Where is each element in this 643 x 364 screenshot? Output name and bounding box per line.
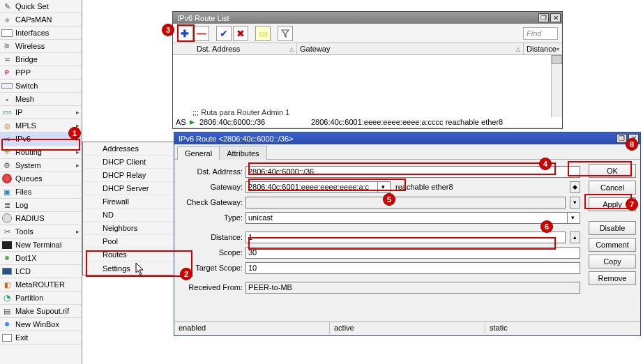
sidebar-item-exit[interactable]: Exit [0, 331, 82, 344]
gateway-info: reachable ether8 [395, 183, 453, 191]
check-gateway-field[interactable] [245, 197, 566, 208]
sidebar-item-files[interactable]: ▣Files [0, 185, 82, 199]
sidebar-item-label: Bridge [15, 55, 38, 63]
sidebar-item-radius[interactable]: RADIUS [0, 212, 82, 225]
sidebar-item-label: Switch [15, 82, 38, 90]
find-input[interactable]: Find [523, 27, 558, 40]
column-header-dst[interactable]: Dst. Address△ [173, 43, 297, 54]
cancel-button[interactable]: Cancel [589, 181, 636, 195]
annotation-marker-7: 7 [626, 198, 638, 211]
sidebar-item-label: LCD [15, 267, 31, 275]
disable-button[interactable]: Disable [589, 221, 636, 235]
sidebar-item-label: Exit [15, 333, 28, 342]
sidebar-item-queues[interactable]: Queues [0, 172, 82, 185]
tab-attributes[interactable]: Attributes [219, 146, 266, 160]
sidebar-item-switch[interactable]: Switch [0, 79, 82, 93]
route-list-window: IPv6 Route List ❐ ✕ ✚ — ✔ ✖ ▭ Find Dst. … [172, 11, 563, 129]
remove-button[interactable]: Remove [589, 271, 636, 285]
enable-button[interactable]: ✔ [216, 26, 232, 41]
restore-icon[interactable]: ❐ [538, 13, 549, 22]
remove-button[interactable]: — [194, 26, 209, 41]
exit-icon [1, 332, 13, 343]
ip-icon: 255 [1, 107, 13, 118]
sidebar-item-log[interactable]: ≣Log [0, 199, 82, 212]
filter-button[interactable] [278, 26, 293, 41]
sidebar-item-tools[interactable]: ✂Tools▸ [0, 225, 82, 238]
sidebar-item-label: MetaROUTER [15, 280, 65, 289]
dropdown-icon[interactable]: ▾ [377, 182, 388, 192]
submenu-item-label: Routes [103, 250, 127, 259]
sidebar-item-label: Wireless [15, 42, 45, 50]
window-title: IPv6 Route List [177, 14, 229, 22]
sidebar-item-capsman[interactable]: ⎈CAPsMAN [0, 13, 82, 26]
interfaces-icon [1, 27, 13, 38]
sidebar-item-quickset[interactable]: ✎Quick Set [0, 0, 82, 13]
type-field[interactable]: unicast ▾ [245, 212, 580, 224]
switch-icon [1, 80, 13, 91]
ok-button[interactable]: OK [589, 164, 636, 178]
sidebar-item-lcd[interactable]: LCD [0, 265, 82, 278]
sidebar-item-wireless[interactable]: ⚞Wireless [0, 40, 82, 53]
sidebar-item-interfaces[interactable]: Interfaces [0, 26, 82, 40]
dot1x-icon [1, 252, 13, 264]
sidebar-item-supout[interactable]: ▤Make Supout.rif [0, 305, 82, 318]
label-dst: Dst. Address: [179, 167, 245, 176]
sidebar-item-routing[interactable]: ✳Routing▸ [0, 146, 82, 159]
sidebar-item-label: Interfaces [15, 29, 49, 37]
dropdown-icon[interactable]: ▾ [567, 213, 577, 223]
capsman-icon: ⎈ [1, 14, 13, 25]
scroll-up-icon[interactable] [552, 55, 562, 64]
queues-icon [1, 173, 13, 184]
sidebar-item-mesh[interactable]: ∘Mesh [0, 93, 82, 106]
gateway-field[interactable]: 2806:40c:6001:eeee:eeee:eeee:a:c ▾ [245, 181, 391, 193]
sort-icon: △ [289, 46, 294, 52]
distance-field[interactable]: 1 [245, 232, 566, 243]
submenu-item-label: DHCP Server [103, 184, 149, 192]
route-dst: 2806:40c:6000::/36 [198, 118, 310, 126]
tab-general[interactable]: General [177, 146, 220, 160]
add-gateway-icon[interactable]: ◆ [570, 181, 580, 193]
route-list-titlebar[interactable]: IPv6 Route List ❐ ✕ [173, 12, 562, 24]
column-header-distance[interactable]: Distance▾ [524, 43, 562, 54]
chevron-down-icon[interactable]: ▾ [570, 197, 580, 208]
route-list-body: ;;; Ruta para Router Admin 1 AS ▶ 2806:4… [173, 55, 562, 126]
annotation-marker-4: 4 [539, 158, 552, 170]
comment-button[interactable]: Comment [589, 238, 636, 252]
sidebar-item-label: System [15, 161, 41, 169]
route-dialog-statusbar: enabled active static [174, 321, 640, 334]
radius-icon [1, 213, 13, 224]
sidebar-item-label: Files [15, 188, 31, 196]
submenu-item-label: Firewall [103, 197, 129, 206]
wrench-icon: ✎ [1, 1, 13, 12]
sidebar-item-ppp[interactable]: PPPP [0, 66, 82, 79]
sidebar-item-label: IP [15, 108, 22, 116]
route-dialog-titlebar[interactable]: IPv6 Route <2806:40c:6000::/36> ❐ ✕ [174, 132, 640, 144]
sidebar-item-new-terminal[interactable]: New Terminal [0, 238, 82, 252]
disable-button[interactable]: ✖ [233, 26, 248, 41]
add-button[interactable]: ✚ [177, 26, 192, 41]
column-header-gateway[interactable]: Gateway△ [297, 43, 524, 54]
sidebar-item-metarouter[interactable]: ◧MetaROUTER [0, 278, 82, 291]
close-icon[interactable]: ✕ [550, 13, 561, 22]
sidebar-item-dot1x[interactable]: Dot1X [0, 252, 82, 265]
comment-button[interactable]: ▭ [255, 26, 271, 41]
route-dialog-tabs: General Attributes [174, 144, 640, 160]
dst-address-field[interactable]: 2806:40c:6000::/36 [245, 166, 580, 178]
label-distance: Distance: [179, 233, 245, 241]
scrollbar[interactable] [551, 55, 562, 126]
scope-field[interactable]: 30 [245, 247, 580, 259]
sidebar-item-bridge[interactable]: ≍Bridge [0, 53, 82, 66]
sidebar-item-system[interactable]: ⚙System▸ [0, 159, 82, 172]
route-row[interactable]: AS ▶ 2806:40c:6000::/36 2806:40c:6001:ee… [173, 117, 562, 127]
target-scope-field[interactable]: 10 [245, 262, 580, 274]
copy-button[interactable]: Copy [589, 255, 636, 268]
sidebar-item-ip[interactable]: 255IP▸ [0, 106, 82, 119]
sidebar-item-partition[interactable]: ◔Partition [0, 291, 82, 305]
sidebar-item-new-winbox[interactable]: New WinBox [0, 318, 82, 331]
submenu-item-label: Neighbors [103, 224, 137, 232]
terminal-icon [1, 239, 13, 250]
window-title: IPv6 Route <2806:40c:6000::/36> [179, 135, 294, 143]
chevron-up-icon[interactable]: ▴ [570, 232, 580, 243]
status-enabled: enabled [174, 322, 330, 334]
sidebar-item-label: RADIUS [15, 214, 45, 222]
